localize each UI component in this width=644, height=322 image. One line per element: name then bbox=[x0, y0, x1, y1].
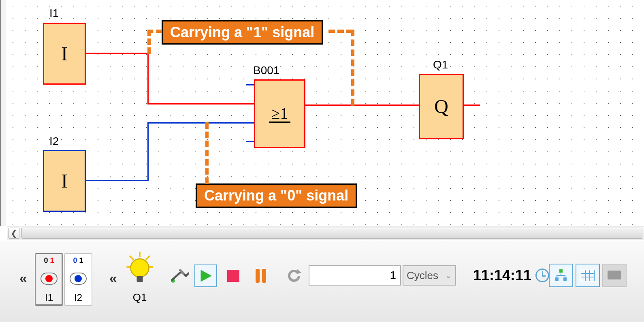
svg-rect-21 bbox=[608, 271, 621, 279]
view-hierarchy-button[interactable] bbox=[549, 264, 573, 287]
callout-connector-1b bbox=[328, 30, 353, 33]
cycles-unit-dropdown[interactable]: Cycles ⌄ bbox=[403, 265, 456, 286]
svg-rect-16 bbox=[581, 270, 595, 281]
svg-marker-8 bbox=[201, 270, 212, 281]
scroll-left-button[interactable]: ❮ bbox=[9, 228, 19, 239]
svg-rect-13 bbox=[559, 269, 563, 273]
svg-rect-9 bbox=[227, 270, 239, 282]
callout-signal-1: Carrying a "1" signal bbox=[162, 20, 323, 45]
wire-b001-q1[interactable] bbox=[305, 104, 419, 106]
block-q1-symbol: Q bbox=[434, 97, 448, 116]
view-table-button[interactable] bbox=[576, 264, 600, 287]
svg-line-1 bbox=[130, 256, 134, 260]
wire-i2-b001[interactable] bbox=[147, 122, 254, 124]
svg-rect-10 bbox=[256, 269, 260, 283]
block-i1-symbol: I bbox=[61, 44, 68, 64]
svg-marker-12 bbox=[296, 269, 301, 274]
play-icon bbox=[199, 269, 213, 283]
grid-icon bbox=[581, 270, 595, 281]
svg-point-5 bbox=[131, 259, 149, 277]
block-i2-label: I2 bbox=[49, 135, 59, 148]
collapse-outputs-button[interactable]: « bbox=[109, 270, 113, 286]
chevron-down-icon: ⌄ bbox=[445, 271, 452, 280]
wire-i1-b001[interactable] bbox=[147, 103, 254, 104]
toggle-i1-led bbox=[41, 273, 58, 285]
block-b001-or[interactable]: ≥1 bbox=[254, 79, 305, 148]
sim-step-button[interactable] bbox=[283, 264, 305, 287]
canvas-horizontal-scrollbar[interactable]: ❮ bbox=[7, 226, 644, 240]
pause-icon bbox=[255, 269, 267, 283]
stop-icon bbox=[227, 270, 239, 282]
b001-input-stub-1 bbox=[246, 84, 254, 85]
callout-signal-0: Carrying a "0" signal bbox=[196, 183, 357, 208]
svg-rect-15 bbox=[563, 277, 567, 281]
input-toggle-i1[interactable]: 0 1 I1 bbox=[35, 253, 63, 306]
sim-stop-button[interactable] bbox=[222, 264, 245, 287]
toggle-i2-bits: 0 1 bbox=[73, 256, 83, 265]
callout-connector-1 bbox=[147, 30, 151, 54]
sim-clock-time: 11:14:11 bbox=[473, 267, 531, 284]
sim-clock: 11:14:11 bbox=[473, 267, 549, 284]
block-b001-label: B001 bbox=[253, 64, 279, 77]
wire-i2-b001[interactable] bbox=[86, 180, 149, 181]
cycles-unit-label: Cycles bbox=[407, 269, 438, 282]
b001-input-stub-4 bbox=[246, 141, 254, 142]
bulb-icon bbox=[124, 251, 156, 291]
scroll-track[interactable] bbox=[21, 228, 642, 239]
toggle-i2-label: I2 bbox=[74, 292, 82, 303]
collapse-inputs-button[interactable]: « bbox=[19, 270, 23, 286]
toggle-i1-bits: 0 1 bbox=[44, 256, 54, 265]
toggle-i1-label: I1 bbox=[45, 292, 53, 303]
callout-connector-0 bbox=[205, 122, 209, 184]
input-toggle-i2[interactable]: 0 1 I2 bbox=[64, 253, 92, 306]
plug-icon bbox=[170, 268, 189, 284]
wire-i2-b001[interactable] bbox=[147, 122, 149, 181]
clock-icon[interactable] bbox=[535, 269, 549, 282]
toggle-i2-led bbox=[70, 273, 87, 285]
block-i2-symbol: I bbox=[61, 171, 68, 191]
svg-rect-14 bbox=[555, 277, 559, 281]
output-lamp-q1-label: Q1 bbox=[124, 291, 156, 304]
block-q1[interactable]: Q bbox=[419, 74, 464, 139]
block-i1-label: I1 bbox=[49, 7, 59, 20]
callout-connector-1b bbox=[351, 30, 354, 106]
block-b001-symbol: ≥1 bbox=[269, 105, 291, 123]
sim-play-button[interactable] bbox=[194, 264, 217, 287]
tree-icon bbox=[554, 269, 568, 282]
svg-rect-6 bbox=[137, 276, 143, 282]
screen-icon bbox=[607, 270, 622, 281]
sim-pause-button[interactable] bbox=[249, 264, 272, 287]
svg-rect-11 bbox=[262, 269, 266, 283]
svg-line-2 bbox=[146, 256, 150, 260]
wire-q1-out[interactable] bbox=[464, 104, 480, 106]
simulation-toolbar: « 0 1 I1 0 1 I2 « Q1 bbox=[0, 240, 644, 322]
block-i2[interactable]: I bbox=[43, 150, 86, 212]
output-lamp-q1[interactable]: Q1 bbox=[124, 251, 156, 304]
editor-left-ruler bbox=[0, 0, 7, 226]
block-q1-label: Q1 bbox=[433, 58, 448, 71]
view-display-button[interactable] bbox=[602, 264, 627, 287]
cycles-count-input[interactable] bbox=[309, 265, 401, 286]
reload-icon bbox=[287, 269, 301, 283]
wire-i1-b001[interactable] bbox=[86, 53, 149, 54]
wire-i1-b001[interactable] bbox=[147, 53, 149, 104]
program-canvas[interactable]: I1 I I2 I B001 ≥1 Q1 Q Carrying a "1" si… bbox=[7, 0, 644, 226]
block-i1[interactable]: I bbox=[43, 23, 86, 85]
connection-tool-button[interactable] bbox=[168, 264, 191, 287]
